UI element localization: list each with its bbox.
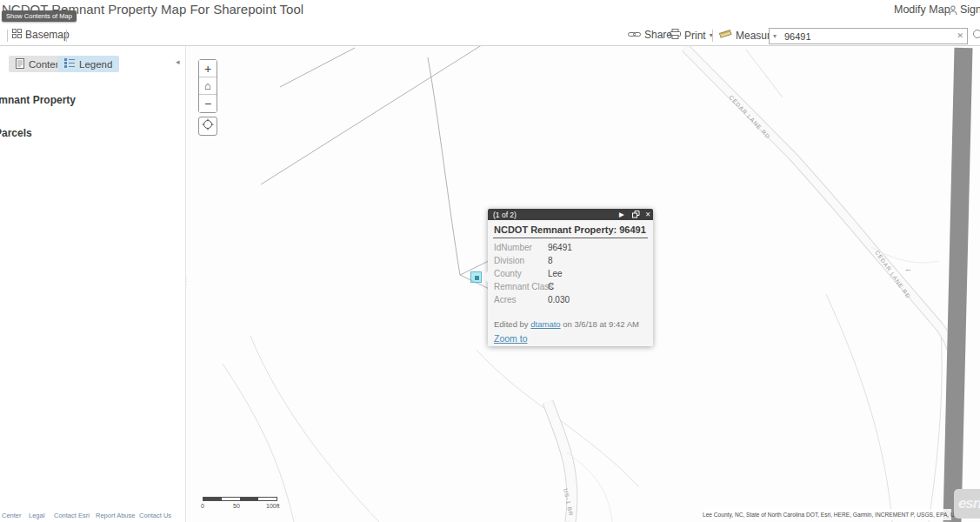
scale-segment (258, 498, 277, 500)
sidebar-panel: Content Legend ◂ Remnant Property Parcel… (0, 46, 185, 522)
locate-icon (202, 118, 214, 134)
scale-label-start: 0 (201, 503, 204, 509)
modify-map-button[interactable]: Modify Map (894, 3, 950, 16)
legend-list-icon (64, 58, 75, 70)
close-icon[interactable]: ✕ (645, 211, 650, 218)
locate-button[interactable] (198, 117, 217, 136)
home-icon: ⌂ (204, 79, 211, 92)
scale-segment (222, 498, 240, 500)
footer-link-contact-us[interactable]: Contact Us (139, 512, 171, 519)
search-box: ▾ ✕ (769, 28, 968, 44)
panel-resize-handle[interactable]: ⋮ (182, 277, 190, 286)
feature-popup: (1 of 2) ▶ ✕ NCDOT Remnant Property: 964… (488, 209, 653, 346)
footer-link-contact-esri[interactable]: Contact Esri (54, 512, 90, 519)
collapse-panel-icon[interactable]: ◂ (176, 57, 180, 66)
map-attribution: Lee County, NC, State of North Carolina … (703, 509, 951, 520)
selected-feature-highlight[interactable] (470, 271, 482, 283)
toolbar-separator (66, 30, 67, 42)
footer-link-center[interactable]: Center (2, 512, 22, 519)
field-value: 0.030 (548, 295, 570, 304)
oneway-arrow-icon: ← (904, 264, 912, 273)
home-button[interactable]: ⌂ (199, 77, 217, 95)
field-label: Division (494, 256, 524, 265)
field-value: Lee (548, 269, 563, 278)
search-icon[interactable] (973, 30, 980, 38)
highway-band (952, 48, 963, 522)
tab-legend[interactable]: Legend (57, 56, 119, 72)
field-value: C (548, 282, 554, 291)
scale-label-mid: 50 (233, 503, 240, 509)
popup-header[interactable]: (1 of 2) ▶ ✕ (488, 209, 653, 220)
esri-logo: esri (954, 489, 980, 519)
scale-segment (240, 498, 258, 500)
edited-suffix: on 3/6/18 at 9:42 AM (563, 319, 639, 329)
zoom-to-link[interactable]: Zoom to (494, 333, 528, 344)
sign-in-button[interactable]: Sign In (960, 3, 980, 16)
basemap-label: Basemap (25, 29, 70, 41)
search-input[interactable] (784, 29, 945, 44)
field-label: Acres (494, 295, 517, 304)
toolbar-separator (7, 30, 8, 42)
share-link-icon (628, 29, 641, 41)
zoom-control-group: + ⌂ − (198, 59, 217, 113)
popup-pager: (1 of 2) (493, 211, 517, 219)
share-button[interactable]: Share (628, 29, 672, 41)
legend-layer-remnant-property: Remnant Property (0, 94, 76, 106)
edited-user-link[interactable]: dtamato (530, 319, 560, 329)
basemap-button[interactable]: Basemap (12, 29, 70, 41)
edited-by-line: Edited by dtamato on 3/6/18 at 9:42 AM (494, 319, 639, 329)
print-label: Print (684, 30, 706, 42)
scale-label-end: 100ft (266, 503, 280, 509)
popup-body: NCDOT Remnant Property: 96491 IdNumber 9… (488, 220, 653, 346)
toolbar-separator (712, 30, 713, 42)
scale-bar (203, 497, 277, 501)
field-value: 96491 (548, 243, 572, 252)
field-value: 8 (548, 256, 553, 265)
footer-link-report-abuse[interactable]: Report Abuse (96, 512, 135, 519)
print-button[interactable]: Print ▾ (670, 29, 713, 42)
share-label: Share (644, 29, 672, 41)
person-icon (949, 3, 957, 19)
feature-point (475, 276, 479, 280)
next-feature-icon[interactable]: ▶ (619, 211, 624, 218)
legend-layer-parcels: Parcels (0, 127, 32, 139)
search-dropdown-icon[interactable]: ▾ (773, 32, 777, 40)
measure-ruler-icon (719, 29, 732, 42)
zoom-out-button[interactable]: − (199, 95, 217, 112)
show-contents-tooltip: Show Contents of Map (2, 10, 77, 22)
measure-button[interactable]: Measure (719, 29, 777, 42)
printer-icon (670, 29, 681, 42)
zoom-in-button[interactable]: + (199, 60, 217, 77)
popup-title: NCDOT Remnant Property: 96491 (494, 224, 646, 235)
footer-link-legal[interactable]: Legal (29, 512, 44, 519)
dock-icon[interactable] (632, 211, 640, 220)
search-clear-icon[interactable]: ✕ (957, 31, 963, 40)
sidebar-divider (185, 46, 186, 522)
scale-segment (203, 498, 222, 500)
field-label: County (494, 269, 522, 278)
tab-legend-label: Legend (79, 59, 112, 70)
edited-prefix: Edited by (494, 319, 529, 329)
field-label: Remnant Class (494, 282, 553, 291)
basemap-grid-icon (12, 29, 22, 41)
popup-tail (482, 271, 488, 282)
toolbar: Basemap Share Print ▾ Measure ▾ ✕ (0, 26, 980, 46)
field-label: IdNumber (494, 243, 532, 252)
content-doc-icon (16, 58, 24, 70)
popup-divider (493, 238, 648, 238)
